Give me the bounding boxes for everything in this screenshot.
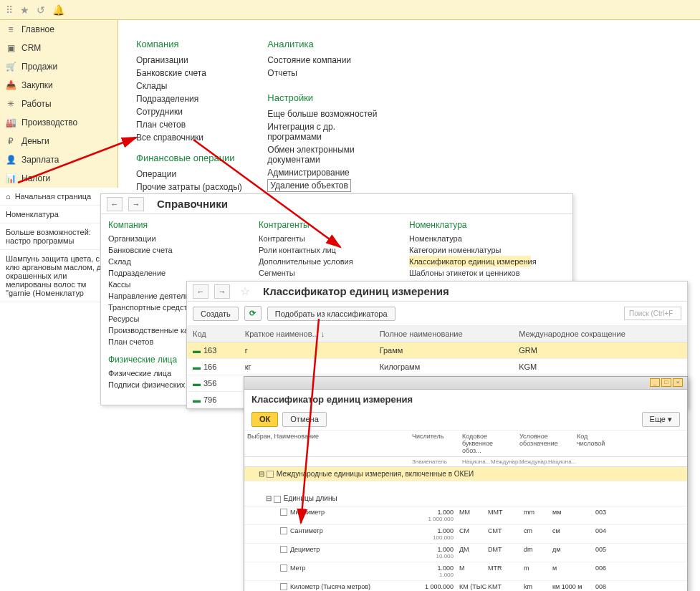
p1-depts[interactable]: Подразделения: [136, 92, 258, 105]
dialog-title: Классификатор единиц измерения: [244, 390, 687, 409]
p2-nomen-head: Номенклатура: [409, 220, 531, 230]
history-icon[interactable]: ↺: [37, 4, 45, 16]
bell-icon[interactable]: 🔔: [52, 4, 64, 16]
h-name[interactable]: Выбран, Наименование: [244, 431, 409, 456]
side-label: CRM: [21, 43, 41, 53]
cart-icon: 🛒: [6, 62, 16, 72]
col-code[interactable]: Код: [187, 326, 239, 342]
side-label: Деньги: [21, 136, 49, 146]
create-button[interactable]: Создать: [193, 307, 239, 321]
side-main[interactable]: ≡Главное: [0, 20, 118, 39]
table-row[interactable]: ▬163гГраммGRM: [187, 342, 687, 359]
h-symbol[interactable]: Условное обозначение: [517, 431, 574, 456]
win3-toolbar: ← → ☆ Классификатор единиц измерения: [187, 282, 687, 302]
p1-company-state[interactable]: Состояние компании: [267, 54, 389, 67]
more-button[interactable]: Еще ▾: [642, 412, 680, 427]
checkbox[interactable]: [267, 471, 274, 478]
side-production[interactable]: 🏭Производство: [0, 113, 118, 132]
expand-icon: ⊟: [259, 470, 264, 478]
checkbox[interactable]: [280, 509, 287, 516]
max-button[interactable]: □: [661, 378, 671, 387]
row-icon: ▬: [193, 346, 201, 355]
classifier-row[interactable]: Метр 1.0001.000 МMTRmм006: [244, 562, 687, 581]
menu-icon: ≡: [6, 24, 16, 34]
search-input[interactable]: Поиск (Ctrl+F: [624, 307, 681, 320]
p2-contr2[interactable]: Роли контактных лиц: [259, 244, 380, 256]
checkbox[interactable]: [280, 564, 287, 572]
settings-head: Настройки: [267, 92, 389, 103]
p2-org[interactable]: Организации: [108, 233, 230, 244]
back3-button[interactable]: ←: [193, 284, 208, 299]
p1-admin[interactable]: Администрирование: [267, 166, 389, 179]
refresh-button[interactable]: ⟳: [244, 306, 262, 321]
side-purchase[interactable]: 📥Закупки: [0, 76, 118, 95]
p2-bank[interactable]: Банковские счета: [108, 244, 230, 256]
h2-den: Знаменатель: [409, 457, 459, 466]
p1-delete-objects[interactable]: Удаление объектов: [267, 179, 351, 192]
cancel-button[interactable]: Отмена: [282, 412, 326, 427]
p1-org[interactable]: Организации: [136, 54, 258, 67]
h-numcode[interactable]: Код числовой: [574, 431, 617, 456]
p2-nomen2[interactable]: Категории номенклатуры: [409, 244, 531, 256]
chart-icon: 📊: [6, 173, 16, 183]
p1-employees[interactable]: Сотрудники: [136, 105, 258, 118]
close-button[interactable]: ×: [673, 378, 683, 387]
side-sales[interactable]: 🛒Продажи: [0, 57, 118, 76]
p1-expenses[interactable]: Прочие затраты (расходы): [136, 181, 258, 193]
group-international[interactable]: ⊟ Международные единицы измерения, включ…: [244, 467, 687, 481]
col-full[interactable]: Полное наименование: [374, 326, 514, 342]
col-intl[interactable]: Международное сокращение: [513, 326, 687, 342]
min-button[interactable]: _: [650, 378, 660, 387]
checkbox[interactable]: [280, 583, 287, 590]
analytics-head: Аналитика: [267, 39, 389, 49]
classifier-row[interactable]: Сантиметр 1.000100.000 СМCMTcmсм004: [244, 525, 687, 544]
back-button[interactable]: ←: [107, 197, 123, 211]
side-works[interactable]: ✳Работы: [0, 95, 118, 113]
classifier-row[interactable]: Дециметр 1.00010.000 ДМDMTdmдм005: [244, 544, 687, 562]
p2-contr1[interactable]: Контрагенты: [259, 233, 380, 244]
p2-warehouse[interactable]: Склад: [108, 256, 230, 267]
p2-unit-classifier[interactable]: Классификатор единиц измерения: [409, 256, 531, 267]
side-salary[interactable]: 👤Зарплата: [0, 150, 118, 169]
p2-dept[interactable]: Подразделение: [108, 267, 230, 279]
h-code[interactable]: Кодовое буквенное обоз...: [459, 431, 517, 456]
star-icon[interactable]: ☆: [240, 284, 250, 298]
star-icon[interactable]: ★: [20, 4, 29, 16]
classifier-row[interactable]: Километр (Тысяча метров) 1 000.0001.000 …: [244, 581, 687, 591]
p2-nomen1[interactable]: Номенклатура: [409, 233, 531, 244]
classifier-row[interactable]: Миллиметр 1.0001 000.000 ММMMTmmмм003: [244, 506, 687, 525]
checkbox[interactable]: [280, 527, 287, 534]
p1-edoc[interactable]: Обмен электронными документами: [267, 143, 389, 166]
col-short[interactable]: Краткое наименов... ↓: [239, 326, 374, 342]
side-crm[interactable]: ▣CRM: [0, 39, 118, 57]
h2-int: Междунар...: [488, 457, 517, 466]
subgroup-length[interactable]: ⊟ Единицы длины: [244, 491, 687, 506]
p1-all-refs[interactable]: Все справочники: [136, 131, 258, 144]
p1-more-features[interactable]: Еще больше возможностей: [267, 107, 389, 120]
checkbox[interactable]: [280, 546, 287, 553]
fwd-button[interactable]: →: [128, 197, 144, 211]
p2-nomen4[interactable]: Шаблоны этикеток и ценников: [409, 267, 531, 279]
fwd3-button[interactable]: →: [214, 284, 230, 299]
p1-bank[interactable]: Банковские счета: [136, 67, 258, 80]
h-num[interactable]: Числитель: [409, 431, 459, 456]
p2-company-head: Компания: [108, 220, 230, 230]
p1-ops[interactable]: Операции: [136, 168, 258, 181]
ok-button[interactable]: ОК: [251, 412, 278, 427]
p1-integration[interactable]: Интеграция с др. программами: [267, 120, 389, 143]
checkbox[interactable]: [274, 496, 281, 503]
start-label: Начальная страница: [15, 192, 91, 201]
p3-toolbar: Создать ⟳ Подобрать из классификатора По…: [187, 302, 687, 326]
p1-reports[interactable]: Отчеты: [267, 67, 389, 80]
side-money[interactable]: ₽Деньги: [0, 132, 118, 150]
p2-contr4[interactable]: Сегменты: [259, 267, 380, 279]
pick-from-classifier-button[interactable]: Подобрать из классификатора: [267, 307, 395, 321]
p1-accounts[interactable]: План счетов: [136, 118, 258, 131]
apps-icon[interactable]: ⠿: [6, 4, 13, 16]
win2-title: Справочники: [157, 198, 228, 210]
table-row[interactable]: ▬166кгКилограммKGM: [187, 359, 687, 375]
classifier-dialog: _ □ × Классификатор единиц измерения ОК …: [244, 376, 688, 591]
p2-contr3[interactable]: Дополнительные условия: [259, 256, 380, 267]
p1-warehouses[interactable]: Склады: [136, 80, 258, 92]
side-taxes[interactable]: 📊Налоги: [0, 169, 118, 188]
